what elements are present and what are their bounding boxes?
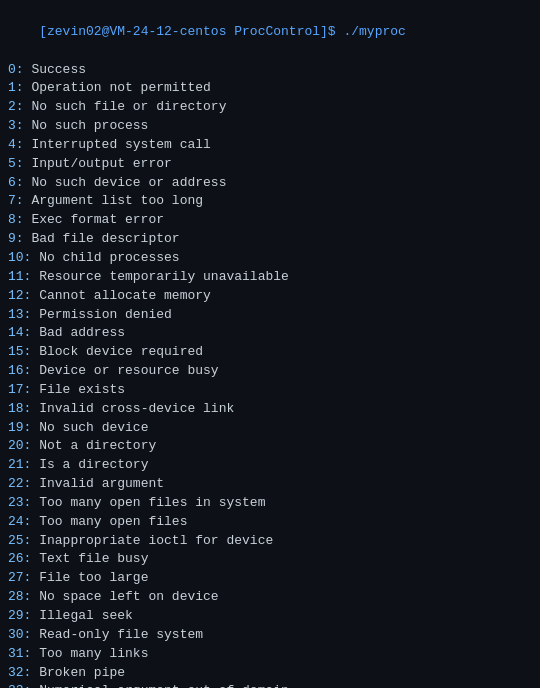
line-number: 9: bbox=[8, 231, 31, 246]
line-text: Bad file descriptor bbox=[31, 231, 179, 246]
line-number: 15: bbox=[8, 344, 39, 359]
prompt-line: [zevin02@VM-24-12-centos ProcControl]$ .… bbox=[8, 4, 532, 61]
line-text: Inappropriate ioctl for device bbox=[39, 533, 273, 548]
line-text: No such process bbox=[31, 118, 148, 133]
line-text: Invalid argument bbox=[39, 476, 164, 491]
line-text: Device or resource busy bbox=[39, 363, 218, 378]
line-number: 5: bbox=[8, 156, 31, 171]
output-line: 26: Text file busy bbox=[8, 550, 532, 569]
output-line: 16: Device or resource busy bbox=[8, 362, 532, 381]
line-number: 20: bbox=[8, 438, 39, 453]
line-number: 7: bbox=[8, 193, 31, 208]
output-line: 20: Not a directory bbox=[8, 437, 532, 456]
line-text: Block device required bbox=[39, 344, 203, 359]
line-text: Exec format error bbox=[31, 212, 164, 227]
output-line: 14: Bad address bbox=[8, 324, 532, 343]
line-text: Argument list too long bbox=[31, 193, 203, 208]
output-line: 2: No such file or directory bbox=[8, 98, 532, 117]
output-line: 30: Read-only file system bbox=[8, 626, 532, 645]
line-number: 24: bbox=[8, 514, 39, 529]
prompt-text: [zevin02@VM-24-12-centos ProcControl]$ .… bbox=[39, 24, 406, 39]
line-text: Too many open files in system bbox=[39, 495, 265, 510]
line-number: 26: bbox=[8, 551, 39, 566]
line-number: 30: bbox=[8, 627, 39, 642]
line-text: Permission denied bbox=[39, 307, 172, 322]
line-number: 17: bbox=[8, 382, 39, 397]
line-number: 19: bbox=[8, 420, 39, 435]
line-text: No space left on device bbox=[39, 589, 218, 604]
line-number: 16: bbox=[8, 363, 39, 378]
line-number: 21: bbox=[8, 457, 39, 472]
line-number: 3: bbox=[8, 118, 31, 133]
output-line: 7: Argument list too long bbox=[8, 192, 532, 211]
line-number: 23: bbox=[8, 495, 39, 510]
line-number: 18: bbox=[8, 401, 39, 416]
output-line: 11: Resource temporarily unavailable bbox=[8, 268, 532, 287]
line-text: Input/output error bbox=[31, 156, 171, 171]
line-text: No such file or directory bbox=[31, 99, 226, 114]
output-line: 24: Too many open files bbox=[8, 513, 532, 532]
output-line: 0: Success bbox=[8, 61, 532, 80]
output-line: 31: Too many links bbox=[8, 645, 532, 664]
output-line: 10: No child processes bbox=[8, 249, 532, 268]
line-number: 1: bbox=[8, 80, 31, 95]
output-line: 6: No such device or address bbox=[8, 174, 532, 193]
line-text: Interrupted system call bbox=[31, 137, 210, 152]
terminal-window: [zevin02@VM-24-12-centos ProcControl]$ .… bbox=[0, 0, 540, 688]
line-number: 32: bbox=[8, 665, 39, 680]
output-line: 1: Operation not permitted bbox=[8, 79, 532, 98]
output-line: 28: No space left on device bbox=[8, 588, 532, 607]
output-line: 9: Bad file descriptor bbox=[8, 230, 532, 249]
output-line: 13: Permission denied bbox=[8, 306, 532, 325]
line-text: Not a directory bbox=[39, 438, 156, 453]
line-number: 28: bbox=[8, 589, 39, 604]
output-line: 21: Is a directory bbox=[8, 456, 532, 475]
output-line: 4: Interrupted system call bbox=[8, 136, 532, 155]
line-number: 13: bbox=[8, 307, 39, 322]
output-line: 29: Illegal seek bbox=[8, 607, 532, 626]
line-text: No such device bbox=[39, 420, 148, 435]
line-text: Broken pipe bbox=[39, 665, 125, 680]
line-text: Bad address bbox=[39, 325, 125, 340]
line-text: Too many open files bbox=[39, 514, 187, 529]
line-text: Invalid cross-device link bbox=[39, 401, 234, 416]
line-number: 12: bbox=[8, 288, 39, 303]
output-line: 18: Invalid cross-device link bbox=[8, 400, 532, 419]
line-number: 22: bbox=[8, 476, 39, 491]
line-number: 6: bbox=[8, 175, 31, 190]
line-text: Numerical argument out of domain bbox=[39, 683, 289, 688]
output-line: 33: Numerical argument out of domain bbox=[8, 682, 532, 688]
line-text: File too large bbox=[39, 570, 148, 585]
line-number: 31: bbox=[8, 646, 39, 661]
line-number: 11: bbox=[8, 269, 39, 284]
output-line: 32: Broken pipe bbox=[8, 664, 532, 683]
line-number: 4: bbox=[8, 137, 31, 152]
line-number: 8: bbox=[8, 212, 31, 227]
line-number: 10: bbox=[8, 250, 39, 265]
line-text: File exists bbox=[39, 382, 125, 397]
line-number: 2: bbox=[8, 99, 31, 114]
output-line: 27: File too large bbox=[8, 569, 532, 588]
line-text: Is a directory bbox=[39, 457, 148, 472]
output-line: 25: Inappropriate ioctl for device bbox=[8, 532, 532, 551]
line-number: 27: bbox=[8, 570, 39, 585]
line-number: 33: bbox=[8, 683, 39, 688]
line-text: Operation not permitted bbox=[31, 80, 210, 95]
line-number: 14: bbox=[8, 325, 39, 340]
output-line: 8: Exec format error bbox=[8, 211, 532, 230]
output-line: 17: File exists bbox=[8, 381, 532, 400]
line-text: Text file busy bbox=[39, 551, 148, 566]
output-lines: 0: Success1: Operation not permitted2: N… bbox=[8, 61, 532, 688]
line-text: Success bbox=[31, 62, 86, 77]
line-text: Cannot allocate memory bbox=[39, 288, 211, 303]
output-line: 22: Invalid argument bbox=[8, 475, 532, 494]
output-line: 3: No such process bbox=[8, 117, 532, 136]
line-text: Resource temporarily unavailable bbox=[39, 269, 289, 284]
line-text: No child processes bbox=[39, 250, 179, 265]
line-text: No such device or address bbox=[31, 175, 226, 190]
output-line: 12: Cannot allocate memory bbox=[8, 287, 532, 306]
line-text: Too many links bbox=[39, 646, 148, 661]
line-text: Illegal seek bbox=[39, 608, 133, 623]
output-line: 23: Too many open files in system bbox=[8, 494, 532, 513]
output-line: 15: Block device required bbox=[8, 343, 532, 362]
